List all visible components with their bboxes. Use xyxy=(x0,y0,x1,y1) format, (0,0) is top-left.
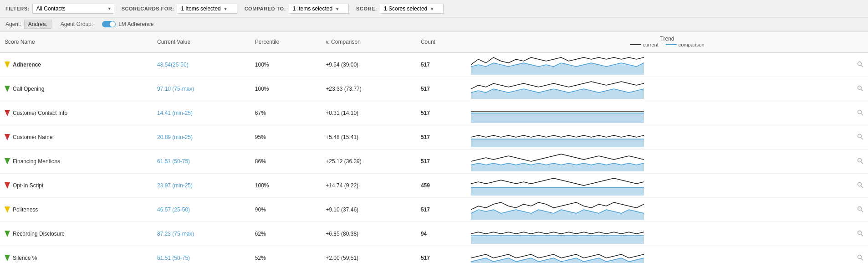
count-cell: 94 xyxy=(416,222,466,246)
percentile-cell: 62% xyxy=(250,222,322,246)
search-icon-cell[interactable] xyxy=(853,101,868,125)
scorecards-button[interactable]: 1 Items selected xyxy=(177,4,237,14)
lm-toggle[interactable] xyxy=(102,21,116,27)
search-icon[interactable] xyxy=(857,134,863,140)
current-value-cell: 20.89 (min-25) xyxy=(153,125,250,150)
flag-icon xyxy=(5,62,10,68)
svg-line-5 xyxy=(861,89,863,91)
score-name: Call Opening xyxy=(13,86,44,92)
percentile-cell: 100% xyxy=(250,52,322,77)
search-icon-cell[interactable] xyxy=(853,246,868,263)
svg-point-25 xyxy=(858,255,862,258)
count: 517 xyxy=(421,158,430,165)
current-value: 23.97 (min-25) xyxy=(157,182,193,189)
trend-cell xyxy=(466,246,853,263)
percentile: 86% xyxy=(255,158,266,165)
search-icon[interactable] xyxy=(857,85,863,92)
percentile: 62% xyxy=(255,231,266,237)
search-icon-cell[interactable] xyxy=(853,52,868,77)
search-icon-cell[interactable] xyxy=(853,150,868,174)
count-cell: 517 xyxy=(416,125,466,150)
compared-to-button[interactable]: 1 Items selected xyxy=(289,4,349,14)
flag-icon xyxy=(5,86,10,92)
search-icon[interactable] xyxy=(857,182,863,188)
count-cell: 517 xyxy=(416,101,466,125)
table-row: Silence % 61.51 (50-75) 52% +2.00 (59.51… xyxy=(0,246,868,263)
lm-label: LM Adherence xyxy=(118,21,153,27)
count: 459 xyxy=(421,182,430,189)
search-icon-cell[interactable] xyxy=(853,125,868,150)
percentile-cell: 67% xyxy=(250,101,322,125)
group-item: Agent Group: xyxy=(61,21,93,27)
trend-cell xyxy=(466,101,853,125)
th-trend: Trend current comparison xyxy=(466,32,868,52)
search-icon[interactable] xyxy=(857,230,863,237)
table-row: Recording Disclosure 87.23 (75-max) 62% … xyxy=(0,222,868,246)
percentile-cell: 100% xyxy=(250,77,322,101)
search-icon[interactable] xyxy=(857,61,863,67)
filters-select-wrapper[interactable]: All Contacts xyxy=(32,4,114,14)
percentile: 90% xyxy=(255,206,266,213)
svg-marker-18 xyxy=(5,206,10,213)
legend-comparison-line xyxy=(666,44,677,45)
v-comparison: +5.48 (15.41) xyxy=(326,134,358,140)
agent-group: Agent: Andrea. xyxy=(5,20,51,29)
percentile: 95% xyxy=(255,134,266,140)
percentile: 100% xyxy=(255,86,269,92)
search-icon[interactable] xyxy=(857,206,863,212)
th-score-name: Score Name xyxy=(0,32,153,52)
svg-line-20 xyxy=(861,210,863,211)
current-value: 14.41 (min-25) xyxy=(157,110,193,116)
score-name-cell: Recording Disclosure xyxy=(0,222,153,246)
scorecards-group: SCORECARDS FOR: 1 Items selected xyxy=(122,4,237,14)
search-icon-cell[interactable] xyxy=(853,77,868,101)
legend-comparison: comparison xyxy=(666,42,705,47)
score-name-cell: Silence % xyxy=(0,246,153,263)
score-name: Politeness xyxy=(13,206,38,213)
search-icon[interactable] xyxy=(857,254,863,261)
top-bar: FILTERS: All Contacts SCORECARDS FOR: 1 … xyxy=(0,0,868,18)
agent-value: Andrea. xyxy=(24,20,51,29)
percentile-cell: 52% xyxy=(250,246,322,263)
count: 517 xyxy=(421,206,430,213)
trend-cell xyxy=(466,125,853,150)
flag-icon xyxy=(5,158,10,165)
score-name-cell: Call Opening xyxy=(0,77,153,101)
v-comparison-cell: +14.74 (9.22) xyxy=(321,174,416,198)
flag-icon xyxy=(5,231,10,237)
score-name-cell: Politeness xyxy=(0,198,153,222)
trend-cell xyxy=(466,222,853,246)
table-header-row: Score Name Current Value Percentile v. C… xyxy=(0,32,868,52)
percentile: 67% xyxy=(255,110,266,116)
score-name-cell: Customer Name xyxy=(0,125,153,150)
search-icon-cell[interactable] xyxy=(853,174,868,198)
current-value: 48.54(25-50) xyxy=(157,62,189,68)
v-comparison-cell: +25.12 (36.39) xyxy=(321,150,416,174)
v-comparison: +0.31 (14.10) xyxy=(326,110,358,116)
search-icon-cell[interactable] xyxy=(853,198,868,222)
count-cell: 517 xyxy=(416,246,466,263)
svg-point-19 xyxy=(858,206,862,210)
svg-marker-12 xyxy=(5,158,10,165)
flag-icon xyxy=(5,110,10,116)
svg-marker-3 xyxy=(5,86,10,92)
percentile-cell: 100% xyxy=(250,174,322,198)
svg-marker-6 xyxy=(5,110,10,116)
v-comparison-cell: +0.31 (14.10) xyxy=(321,101,416,125)
score-name-cell: Financing Mentions xyxy=(0,150,153,174)
table-container: Score Name Current Value Percentile v. C… xyxy=(0,32,868,263)
compared-to-label: COMPARED TO: xyxy=(245,6,286,11)
filters-select[interactable]: All Contacts xyxy=(32,4,114,14)
trend-cell xyxy=(466,77,853,101)
compared-to-group: COMPARED TO: 1 Items selected xyxy=(245,4,349,14)
score-name: Opt-In Script xyxy=(13,182,43,189)
v-comparison-cell: +23.33 (73.77) xyxy=(321,77,416,101)
count-cell: 459 xyxy=(416,174,466,198)
count-cell: 517 xyxy=(416,150,466,174)
trend-cell xyxy=(466,150,853,174)
search-icon-cell[interactable] xyxy=(853,222,868,246)
search-icon[interactable] xyxy=(857,109,863,116)
search-icon[interactable] xyxy=(857,158,863,164)
percentile: 100% xyxy=(255,182,269,189)
score-button[interactable]: 1 Scores selected xyxy=(380,4,444,14)
